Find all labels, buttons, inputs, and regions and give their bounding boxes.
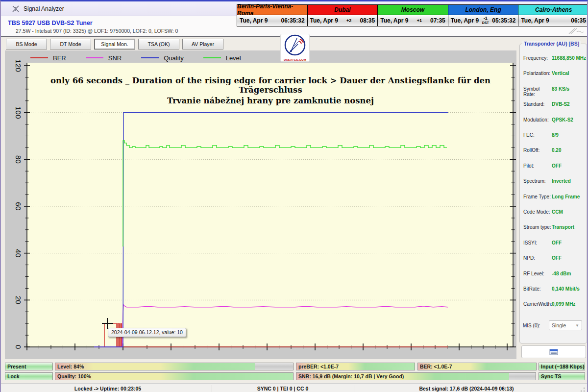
field-label: Spectrum: <box>523 178 552 184</box>
transponder-panel: Frequency:11688,850 MHzPolarization:Vert… <box>519 44 587 343</box>
field-label: Frequency: <box>523 55 552 61</box>
field-label: Polarization: <box>523 71 552 76</box>
field-label: Modulation: <box>523 117 552 122</box>
legend-line-icon <box>203 57 221 58</box>
field-value: Vertical <box>552 71 569 76</box>
signature-watermark-icon <box>567 27 585 36</box>
transponder-field: Code Mode:CCM <box>520 209 588 215</box>
signal-analyzer-window: { "window": { "title": "Signal Analyzer"… <box>0 0 588 392</box>
satellite-dish-icon <box>284 34 306 56</box>
tab-bs-mode[interactable]: BS Mode <box>6 39 47 49</box>
legend-level: Level <box>203 53 241 62</box>
field-value: CCM <box>552 209 563 215</box>
ber-bar: BER: <1.0E-7 <box>417 363 537 370</box>
lock-indicator: Lock <box>5 372 53 380</box>
clock-date: Tue, Apr 9 <box>310 17 338 24</box>
transponder-panel-title: Transponder (AU) [BS] <box>522 41 581 47</box>
field-label: Stream type: <box>523 224 552 230</box>
tab-tsa-ok-[interactable]: TSA (OK) <box>138 39 179 49</box>
clock-city: London, Eng <box>448 5 518 15</box>
transponder-list-button[interactable] <box>521 345 586 358</box>
world-clocks: Berlin-Paris-Vienna-RomaTue, Apr 906:35:… <box>237 4 588 26</box>
chart-annotation: only 66 seconds _ Duration of the rising… <box>30 76 511 105</box>
clock-offset: -1DST <box>479 16 492 25</box>
clock-time: 07:35 <box>430 17 445 24</box>
tab-av-player[interactable]: AV Player <box>182 39 223 49</box>
tab-signal-mon-[interactable]: Signal Mon. <box>94 39 135 49</box>
clock-1: DubaiTue, Apr 9+208:35 <box>308 4 378 26</box>
clock-offset <box>268 19 281 23</box>
clock-time: 06:35:32 <box>281 17 305 24</box>
transponder-field: Frame Type:Long Frame <box>520 194 588 199</box>
field-label: RF Level: <box>523 271 552 276</box>
resize-grip[interactable] <box>580 387 586 392</box>
clock-date: Tue, Apr 9 <box>521 17 549 24</box>
field-value: OFF <box>552 163 562 169</box>
field-value: QPSK-S2 <box>552 117 573 122</box>
tab-dt-mode[interactable]: DT Mode <box>50 39 91 49</box>
chart-legend: BERSNRQualityLevel <box>30 53 241 62</box>
clock-city: Moscow <box>378 5 448 15</box>
present-indicator: Present <box>5 363 53 370</box>
mis-row: MIS (0): Single ▼ <box>523 320 582 330</box>
crosshair-cursor <box>107 318 108 329</box>
legend-ber: BER <box>30 53 66 62</box>
transponder-field: Frequency:11688,850 MHz <box>520 55 588 61</box>
legend-line-icon <box>86 57 103 58</box>
field-label: Code Mode: <box>523 209 552 215</box>
legend-snr: SNR <box>86 53 122 62</box>
svg-text:40: 40 <box>14 249 23 258</box>
clock-city: Dubai <box>308 5 378 15</box>
transponder-field: Symbol Rate:83 KS/s <box>520 86 588 97</box>
svg-text:0: 0 <box>14 345 23 349</box>
field-value: 0.20 <box>552 147 561 153</box>
transponder-field: RF Level:-48 dBm <box>520 271 588 276</box>
field-value: Long Frame <box>552 194 580 199</box>
mis-value: Single <box>552 322 566 328</box>
clock-date: Tue, Apr 9 <box>451 17 479 24</box>
syncts-indicator: Sync TS <box>539 372 585 380</box>
transponder-field: RollOff:0.20 <box>520 147 588 153</box>
field-label: Symbol Rate: <box>523 86 552 97</box>
field-value: OFF <box>552 255 562 261</box>
snr-bar: SNR: 16,9 dB (Margin: 10,7 dB | Very Goo… <box>296 372 536 380</box>
transponder-field: FEC:8/9 <box>520 132 588 138</box>
transponder-field: CarrierWidth:0,099 MHz <box>520 301 588 307</box>
clock-time: 08:35 <box>360 17 375 24</box>
transponder-field: Modulation:QPSK-S2 <box>520 117 588 122</box>
list-icon <box>549 349 558 355</box>
legend-line-icon <box>30 57 48 58</box>
field-label: CarrierWidth: <box>523 301 552 307</box>
svg-text:20: 20 <box>14 296 23 305</box>
preber-bar: preBER: <1.0E-7 <box>296 363 415 370</box>
mis-label: MIS (0): <box>523 323 549 328</box>
clock-date: Tue, Apr 9 <box>240 17 268 24</box>
tuner-name: TBS 5927 USB DVB-S2 Tuner <box>8 20 93 26</box>
status-bar: Locked -> Uptime: 00:23:05 SYNC 0 | TEI … <box>1 383 588 392</box>
field-value: OFF <box>552 240 562 245</box>
transponder-field: BitRate:0,140 Mbit/s <box>520 286 588 292</box>
mis-dropdown[interactable]: Single ▼ <box>549 320 582 330</box>
dxsatcs-logo: DXSATCS.COM <box>280 34 310 62</box>
chevron-down-icon: ▼ <box>575 323 579 328</box>
clock-offset <box>549 19 571 23</box>
level-bar: Level: 84% <box>55 363 294 370</box>
field-value: 8/9 <box>552 132 559 138</box>
transponder-field: ISSYI:OFF <box>520 240 588 245</box>
clock-offset: +1 <box>409 19 431 23</box>
field-value: 0,140 Mbit/s <box>552 286 580 292</box>
clock-time: 06:35 <box>571 17 586 24</box>
window-title: Signal Analyzer <box>24 5 64 12</box>
field-value: Transport <box>552 224 574 230</box>
transponder-field: Polarization:Vertical <box>520 71 588 76</box>
svg-text:60: 60 <box>14 202 23 211</box>
field-value: 0,099 MHz <box>552 301 575 307</box>
input-indicator: Input (~188 Kbps) <box>539 363 585 370</box>
field-value: Inverted <box>552 178 571 184</box>
annotation-line2: Trvanie nábežnej hrany pre zamknutie nos… <box>30 96 511 105</box>
field-value: -48 dBm <box>552 271 571 276</box>
field-value: DVB-S2 <box>552 101 570 107</box>
legend-quality: Quality <box>141 53 183 62</box>
field-label: Pilot: <box>523 163 552 169</box>
transponder-field: Stream type:Transport <box>520 224 588 230</box>
